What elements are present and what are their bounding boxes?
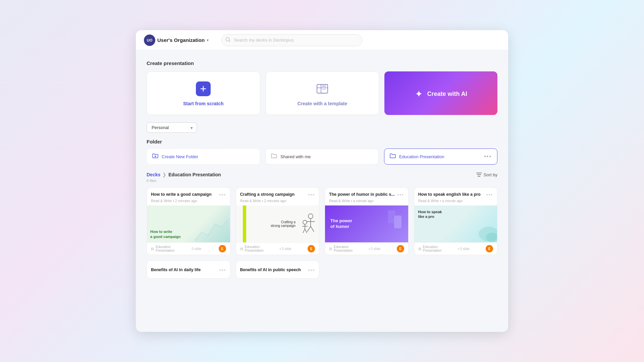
search-wrap (221, 34, 362, 46)
deck-folder-name-4: EducationPresentation (423, 245, 442, 252)
svg-line-1 (229, 41, 230, 42)
header: UO User's Organization ▾ (136, 30, 508, 50)
ai-label: Create with AI (427, 90, 467, 98)
deck-folder-icon-1: ⊟ (151, 247, 154, 251)
thumb-text-4: How to speaklike a pro (418, 209, 442, 219)
deck-avatar-1: E (219, 245, 226, 252)
svg-line-24 (305, 229, 307, 233)
deck-meta-1: Read & Write • 2 minutes ago (147, 199, 230, 205)
deck-partial-title-1: Benefits of AI in daily life (151, 267, 201, 272)
deck-thumb-1: How to writea good campaign (147, 205, 230, 242)
deck-slides-3: • 0 slide (369, 247, 380, 251)
thumb-text-1: How to writea good campaign (150, 229, 180, 239)
deck-menu-2[interactable]: ••• (308, 192, 315, 197)
chevron-down-icon: ▾ (207, 38, 209, 43)
deck-thumb-4: How to speaklike a pro (414, 205, 497, 242)
template-icon (315, 81, 330, 96)
svg-rect-8 (322, 89, 326, 90)
search-input[interactable] (221, 34, 362, 46)
svg-point-20 (303, 220, 307, 224)
deck-thumb-2: Crafting astrong campaign (236, 205, 319, 242)
folder-icon-shared (271, 153, 277, 160)
folder-shared-label: Shared with me (280, 154, 373, 159)
sort-by-button[interactable]: Sort by (476, 172, 497, 177)
scratch-icon (196, 81, 211, 96)
org-name-label: User's Organization (157, 37, 205, 43)
create-with-template-card[interactable]: Create with a template (266, 71, 379, 115)
template-label: Create with a template (298, 101, 347, 106)
deck-title-4: How to speak english like a pro (418, 192, 486, 197)
deck-partial-menu-2[interactable]: ••• (308, 267, 315, 273)
deck-avatar-3: E (397, 245, 404, 252)
deck-meta-2: Read & Write • 2 minutes ago (236, 199, 319, 205)
content-area: Create presentation Start from scratch (136, 50, 508, 285)
deck-avatar-4: E (486, 245, 493, 252)
svg-rect-26 (394, 216, 401, 228)
svg-line-23 (303, 229, 305, 233)
ai-sparkle-icon: ✦ (415, 88, 423, 100)
org-logo: UO (144, 35, 155, 46)
breadcrumb-current: Education Presentation (168, 172, 221, 177)
folder-create-new[interactable]: Create New Folder (147, 148, 260, 165)
deck-avatar-2: E (308, 245, 315, 252)
deck-menu-3[interactable]: ••• (397, 192, 404, 197)
folder-icon-education (390, 153, 396, 160)
folder-create-label: Create New Folder (162, 154, 254, 159)
breadcrumb-decks[interactable]: Decks (147, 172, 160, 177)
deck-title-3: The power of humor in public s... (329, 192, 397, 197)
decks-bottom-row: Benefits of AI in daily life ••• Benefit… (147, 260, 497, 279)
deck-folder-icon-3: ⊟ (329, 247, 332, 251)
deck-meta-3: Read & Write • a minute ago (325, 199, 408, 205)
personal-dropdown[interactable]: Personal Team (147, 122, 197, 133)
deck-card-bottom-1[interactable]: Benefits of AI in daily life ••• (147, 260, 230, 279)
folder-education-label: Education Presentation (399, 154, 481, 159)
deck-card-4[interactable]: How to speak english like a pro ••• Read… (414, 187, 498, 255)
svg-rect-7 (322, 85, 326, 87)
decks-grid: How to write a good campaign ••• Read & … (147, 187, 497, 255)
deck-folder-name-1: EducationPresentation (156, 245, 174, 252)
folder-row: Create New Folder Shared with me Educati… (147, 148, 497, 165)
deck-thumb-3: The powerof humor (325, 205, 408, 242)
breadcrumb-separator: ❯ (162, 172, 166, 177)
start-from-scratch-card[interactable]: Start from scratch (147, 71, 260, 115)
deck-card-1[interactable]: How to write a good campaign ••• Read & … (147, 187, 230, 255)
deck-slides-2: • 0 slide (280, 247, 291, 251)
create-row: Start from scratch Create with (147, 71, 497, 115)
create-with-ai-card[interactable]: ✦ Create with AI (384, 71, 497, 115)
folder-shared[interactable]: Shared with me (265, 148, 379, 165)
deck-folder-name-3: EducationPresentation (334, 245, 353, 252)
org-switcher[interactable]: UO User's Organization ▾ (144, 35, 209, 46)
thumb-text-3: The powerof humor (330, 218, 352, 230)
deck-menu-4[interactable]: ••• (486, 192, 493, 197)
scratch-label: Start from scratch (183, 101, 224, 106)
sort-by-label: Sort by (484, 172, 497, 177)
svg-marker-14 (195, 219, 228, 242)
deck-partial-menu-1[interactable]: ••• (219, 267, 226, 273)
svg-point-15 (308, 214, 313, 219)
deck-folder-icon-4: ⊟ (418, 247, 421, 251)
files-count: 6 files (147, 179, 497, 183)
deck-title-2: Crafting a strong campaign (240, 192, 308, 197)
svg-line-18 (307, 226, 311, 232)
deck-folder-name-2: EducationPresentation (245, 245, 264, 252)
deck-meta-4: Read & Write • a minute ago (414, 199, 497, 205)
decks-header: Decks ❯ Education Presentation Sort by (147, 172, 497, 177)
deck-folder-icon-2: ⊟ (240, 247, 243, 251)
folder-education[interactable]: Education Presentation ••• (384, 148, 497, 165)
deck-partial-title-2: Benefits of AI in public speech (240, 267, 301, 272)
deck-slides-4: • 0 slide (458, 247, 470, 251)
deck-card-bottom-2[interactable]: Benefits of AI in public speech ••• (236, 260, 320, 279)
search-icon (225, 37, 230, 43)
personal-dropdown-wrap: Personal Team (147, 122, 497, 133)
deck-card-3[interactable]: The power of humor in public s... ••• Re… (325, 187, 409, 255)
create-section-title: Create presentation (147, 60, 497, 66)
deck-menu-1[interactable]: ••• (219, 192, 226, 197)
breadcrumb: Decks ❯ Education Presentation (147, 172, 221, 177)
folder-education-menu[interactable]: ••• (484, 154, 492, 160)
deck-title-1: How to write a good campaign (151, 192, 219, 197)
folder-icon-create (152, 153, 158, 160)
svg-line-19 (311, 226, 314, 232)
deck-slides-1: 0 slide (192, 247, 201, 251)
deck-card-2[interactable]: Crafting a strong campaign ••• Read & Wr… (236, 187, 320, 255)
folder-section-title: Folder (147, 139, 497, 144)
